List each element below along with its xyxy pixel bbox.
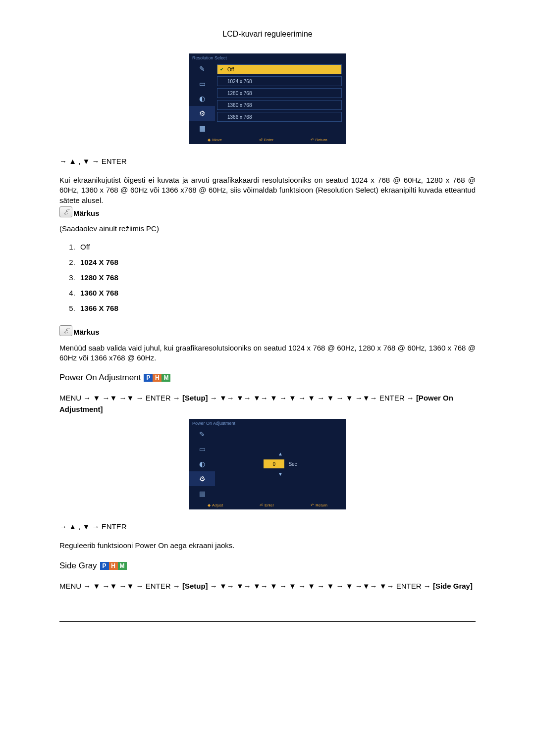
page-title: LCD-kuvari reguleerimine [59,30,476,39]
osd-resolution-select: Resolution Select ✎ ▭ ◐ ⚙ ▦ Off 1024 x 7… [189,53,346,144]
osd-icon-column: ✎ ▭ ◐ ⚙ ▦ [189,427,215,501]
osd-option-1366[interactable]: 1366 x 768 [217,112,342,122]
description-paragraph-1: Kui ekraanikujutist õigesti ei kuvata ja… [59,175,476,205]
list-item: 1366 X 768 [77,304,476,312]
osd-title: Resolution Select [189,53,346,61]
badge-h-icon: H [153,374,161,382]
page: LCD-kuvari reguleerimine Resolution Sele… [0,0,535,642]
section-title: Power On Adjustment [59,373,141,383]
osd-value-area: ▲ 0 Sec ▼ [215,427,346,501]
picture-icon: ✎ [189,61,215,76]
multi-icon: ▦ [189,486,215,501]
note-icon: 𝓔 [59,325,72,336]
osd-footer-move: ◆ Move [208,138,222,142]
note-icon: 𝓔 [59,206,72,217]
osd-footer: ◆ Move ⏎ Enter ↶ Return [189,136,346,144]
osd-option-1360[interactable]: 1360 x 768 [217,100,342,110]
multi-icon: ▦ [189,121,215,136]
osd-footer-enter: ⏎ Enter [259,138,273,142]
nav-sequence-2: → ▲ , ▼ → ENTER [59,522,476,531]
badge-m-icon: M [118,562,127,570]
osd-footer-enter: ⏎ Enter [260,503,274,507]
footer-divider [59,621,476,622]
osd-icon-column: ✎ ▭ ◐ ⚙ ▦ [189,61,215,136]
description-paragraph-3: Reguleerib funktsiooni Power On aega ekr… [59,541,476,551]
list-item: 1280 X 768 [77,273,476,282]
menu-path-power-on: MENU → ▼ →▼ →▼ → ENTER → [Setup] → ▼→ ▼→… [59,393,476,415]
note-label: Märkus [73,328,100,336]
badge-p-icon: P [144,374,153,382]
osd-option-1024[interactable]: 1024 x 768 [217,76,342,86]
osd-footer-return: ↶ Return [311,503,327,507]
nav-sequence-1: → ▲ , ▼ → ENTER [59,157,476,165]
mode-badges: P H M [144,374,170,382]
note-1: 𝓔 Märkus [59,206,476,217]
list-item: 1024 X 768 [77,258,476,266]
section-power-on-adjustment: Power On Adjustment P H M [59,373,476,383]
section-title: Side Gray [59,561,97,571]
note-label: Märkus [73,209,100,217]
note-1-text: (Saadaolev ainult režiimis PC) [59,224,476,233]
setup-icon: ⚙ [189,106,215,121]
mode-badges: P H M [100,562,127,570]
badge-p-icon: P [100,562,109,570]
osd-footer: ◆ Adjust ⏎ Enter ↶ Return [189,501,346,509]
osd-option-1280[interactable]: 1280 x 768 [217,88,342,98]
osd-value: 0 [264,459,284,468]
picture-icon: ✎ [189,427,215,442]
osd-title: Power On Adjustment [189,419,346,427]
list-item: 1360 X 768 [77,289,476,297]
description-paragraph-2: Menüüd saab valida vaid juhul, kui graaf… [59,343,476,363]
badge-m-icon: M [161,374,170,382]
section-side-gray: Side Gray P H M [59,561,476,571]
osd-unit: Sec [288,461,297,467]
up-arrow-icon[interactable]: ▲ [278,451,283,456]
osd-option-off[interactable]: Off [217,64,342,74]
osd-footer-return: ↶ Return [311,138,327,142]
list-item: Off [77,243,476,251]
badge-h-icon: H [109,562,118,570]
screen-icon: ▭ [189,442,215,456]
setup-icon: ⚙ [189,471,215,486]
osd-option-list: Off 1024 x 768 1280 x 768 1360 x 768 136… [215,61,346,136]
menu-path-side-gray: MENU → ▼ →▼ →▼ → ENTER → [Setup] → ▼→ ▼→… [59,581,476,592]
timer-icon: ◐ [189,456,215,471]
down-arrow-icon[interactable]: ▼ [278,471,283,477]
osd-footer-adjust: ◆ Adjust [208,503,223,507]
osd-power-on-adjustment: Power On Adjustment ✎ ▭ ◐ ⚙ ▦ ▲ 0 Sec ▼ … [189,419,346,509]
timer-icon: ◐ [189,91,215,106]
note-2: 𝓔 Märkus [59,325,476,336]
resolution-list: Off 1024 X 768 1280 X 768 1360 X 768 136… [59,243,476,312]
screen-icon: ▭ [189,76,215,91]
